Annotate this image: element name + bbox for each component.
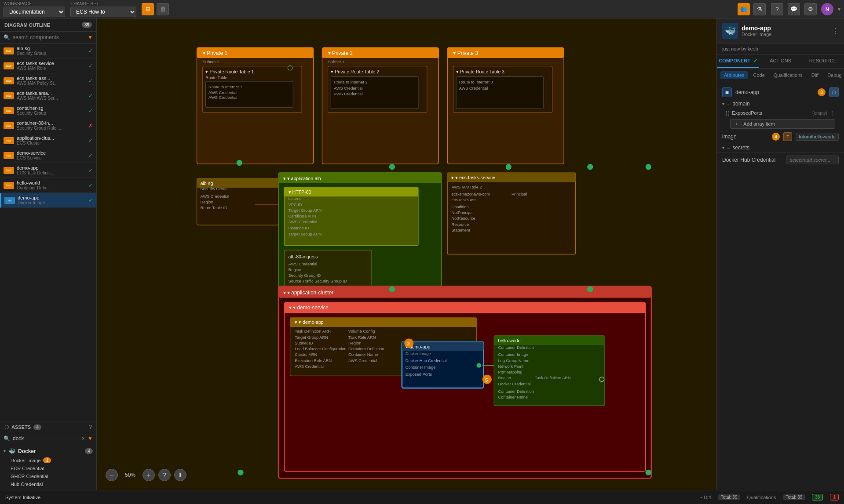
- people-icon[interactable]: 👥: [738, 3, 750, 15]
- component-name: demo-app: [17, 165, 86, 170]
- status-icon: ✓: [88, 93, 93, 99]
- svg-text:▾ ▾ demo-app: ▾ ▾ demo-app: [295, 319, 324, 325]
- asset-docker-image[interactable]: Docker Image 1: [0, 456, 96, 464]
- component-num-badge: 3: [818, 88, 826, 96]
- canvas-area[interactable]: ▾ Private 1 Subnet-1 ▾ Private Route Tab…: [97, 18, 716, 490]
- subtab-code[interactable]: Code: [749, 71, 768, 79]
- svg-text:Condition: Condition: [452, 205, 469, 209]
- docker-hub-credential-label: Docker Hub Credential: [722, 157, 782, 163]
- svg-text:Route Table: Route Table: [205, 76, 227, 80]
- assets-filter-icon[interactable]: ▼: [88, 435, 93, 442]
- component-name-label: demo-app: [735, 89, 814, 95]
- svg-text:Resource: Resource: [452, 222, 469, 227]
- svg-text:VPC ID: VPC ID: [289, 203, 302, 207]
- list-item[interactable]: aws application-clus... ECS Cluster ✓: [0, 133, 96, 148]
- zoom-download-button[interactable]: ⬇: [174, 469, 186, 481]
- secrets-section[interactable]: ▾ ≡ secrets: [717, 143, 844, 152]
- svg-text:Container Name: Container Name: [498, 395, 527, 399]
- section-list-icon: ≡: [727, 145, 730, 150]
- component-type: Security Group: [17, 111, 86, 116]
- zoom-help-button[interactable]: ?: [158, 469, 171, 481]
- component-type: AWS IAM Role: [17, 66, 86, 71]
- avatar[interactable]: N: [821, 3, 833, 15]
- diagram-count-badge: 39: [82, 22, 92, 28]
- svg-text:Statement: Statement: [452, 228, 471, 232]
- flask-icon[interactable]: ⚗: [753, 3, 766, 15]
- trash-button[interactable]: 🗑: [157, 3, 169, 15]
- diff-item[interactable]: ~ Diff: [700, 495, 711, 500]
- svg-text:Subnet ID: Subnet ID: [295, 341, 313, 345]
- asset-ghcr-credential[interactable]: GHCR Credential: [0, 472, 96, 480]
- avatar-dropdown[interactable]: ▾: [838, 6, 840, 12]
- list-item[interactable]: aws ecs-tasks-ass... AWS IAM Policy St..…: [0, 73, 96, 88]
- component-name: demo-app: [18, 195, 86, 200]
- panel-menu-button[interactable]: ⋮: [832, 27, 839, 35]
- svg-text:Region: Region: [289, 268, 301, 272]
- subtab-qualifications[interactable]: Qualifications: [770, 71, 806, 79]
- svg-text:Security Group: Security Group: [201, 187, 228, 191]
- list-item[interactable]: aws container-sg Security Group ✓: [0, 103, 96, 118]
- filter-icon[interactable]: ▼: [88, 34, 93, 40]
- component-info: ecs-tasks-ass... AWS IAM Policy St...: [17, 76, 86, 86]
- grid-button[interactable]: ⊞: [142, 3, 154, 15]
- subtab-debug[interactable]: Debug: [824, 71, 844, 79]
- tab-component[interactable]: COMPONENT ✓: [717, 54, 759, 68]
- zoom-in-button[interactable]: +: [142, 469, 155, 481]
- list-item[interactable]: aws demo-app ECS Task Definiti... ✓: [0, 163, 96, 178]
- changeset-select[interactable]: ECS How-to: [70, 7, 136, 17]
- svg-text:Subnet-1: Subnet-1: [328, 60, 345, 64]
- list-item[interactable]: aws demo-service ECS Service ✓: [0, 148, 96, 163]
- subtab-diff[interactable]: Diff: [808, 71, 822, 79]
- search-components-input[interactable]: [13, 34, 85, 40]
- settings-button[interactable]: ⚙: [804, 3, 817, 15]
- asset-ecr-credential[interactable]: ECR Credential: [0, 464, 96, 472]
- right-panel-body: ■ demo-app 3 ⬡ ▾ ≡ domain [ ] ExposedPor…: [717, 82, 844, 490]
- assets-search-input[interactable]: [13, 435, 79, 442]
- svg-point-140: [237, 470, 243, 475]
- subtab-attributes[interactable]: Attributes: [720, 71, 748, 79]
- asset-hub-credential[interactable]: Hub Credential: [0, 480, 96, 488]
- component-list: aws alb-sg Security Group ✓ aws ecs-task…: [0, 44, 96, 421]
- field-type-icon[interactable]: T: [783, 132, 792, 141]
- list-item[interactable]: 🐳 demo-app Docker Image ✓: [0, 193, 96, 208]
- docker-hub-secret-input[interactable]: [786, 156, 839, 164]
- svg-text:Principal: Principal: [512, 192, 527, 196]
- list-item[interactable]: aws alb-sg Security Group ✓: [0, 44, 96, 58]
- discord-button[interactable]: 💬: [788, 3, 800, 15]
- domain-section[interactable]: ▾ ≡ domain: [717, 99, 844, 109]
- help-button[interactable]: ?: [771, 3, 783, 15]
- docker-image-label: Docker Image: [11, 458, 40, 463]
- workspace-select[interactable]: Documentation: [4, 7, 65, 17]
- svg-text:5: 5: [485, 377, 488, 383]
- qualifications-item[interactable]: Qualifications: [747, 495, 776, 500]
- status-icon: ✓: [88, 197, 93, 203]
- image-field-value[interactable]: tutum/hello-world: [796, 133, 839, 141]
- component-name-row: ■ demo-app 3 ⬡: [717, 86, 844, 99]
- list-item[interactable]: aws container-80-in... Security Group Ru…: [0, 118, 96, 133]
- svg-text:hello-world: hello-world: [498, 338, 520, 343]
- component-type: Security Group: [17, 51, 86, 56]
- list-item[interactable]: aws ecs-tasks-service AWS IAM Role ✓: [0, 58, 96, 73]
- assets-count-badge: 4: [33, 424, 41, 430]
- svg-point-134: [389, 164, 395, 170]
- aws-icon: aws: [4, 107, 14, 114]
- list-item[interactable]: aws ecs-tasks.ama... AWS IAM AWS Ser... …: [0, 88, 96, 103]
- exposed-ports-section[interactable]: [ ] ExposedPorts (empty) ⋮: [717, 109, 844, 117]
- assets-clear-icon[interactable]: ×: [82, 435, 85, 442]
- zoom-out-button[interactable]: −: [106, 469, 118, 481]
- exposed-ports-menu-icon[interactable]: ⋮: [830, 110, 835, 116]
- list-item[interactable]: aws hello-world Container Defin... ✓: [0, 178, 96, 193]
- add-array-item-button[interactable]: + + Add array item: [730, 119, 835, 129]
- component-color-swatch[interactable]: ■: [722, 87, 732, 97]
- svg-text:2: 2: [407, 341, 410, 346]
- bracket-icon: [ ]: [726, 111, 729, 116]
- assets-group-docker[interactable]: ▾ 🐳 Docker 4: [0, 446, 96, 456]
- status-icon: ✓: [88, 182, 93, 189]
- docker-logo-icon: 🐳: [8, 448, 15, 454]
- svg-text:Log Group Name: Log Group Name: [498, 359, 529, 363]
- assets-help-icon[interactable]: ?: [89, 424, 92, 430]
- component-3d-icon[interactable]: ⬡: [829, 87, 839, 97]
- tab-actions[interactable]: ACTIONS: [759, 54, 801, 68]
- tab-resource[interactable]: RESOURCE: [802, 54, 844, 68]
- right-panel-component-title: demo-app: [742, 25, 771, 32]
